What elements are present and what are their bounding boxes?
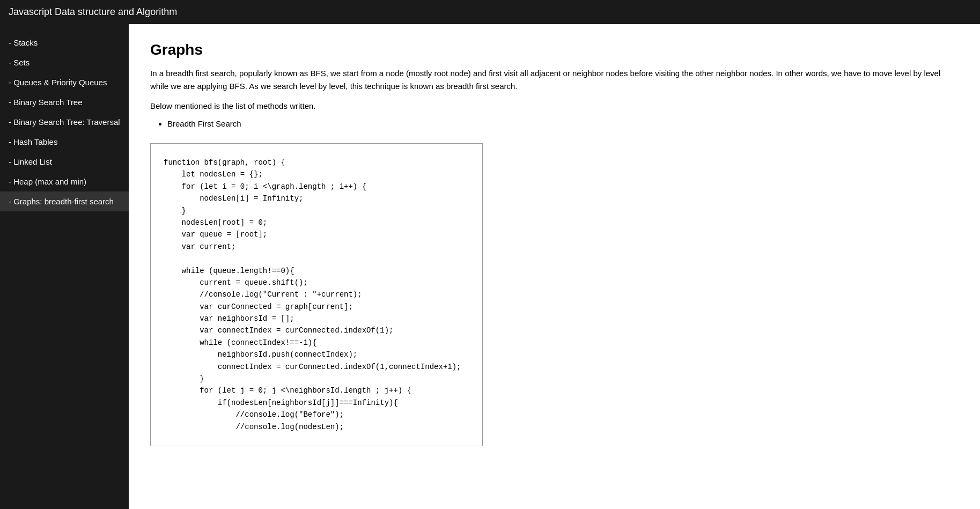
layout: - Stacks- Sets- Queues & Priority Queues… <box>0 24 980 509</box>
page-description: In a breadth first search, popularly kno… <box>150 67 959 93</box>
sidebar-item-0[interactable]: - Stacks <box>0 33 129 53</box>
sidebar-item-8[interactable]: - Graphs: breadth-first search <box>0 191 129 211</box>
page-title: Graphs <box>150 41 959 58</box>
sidebar: - Stacks- Sets- Queues & Priority Queues… <box>0 24 129 509</box>
methods-list: Breadth First Search <box>167 117 959 130</box>
main-content: Graphs In a breadth first search, popula… <box>129 24 980 509</box>
sidebar-item-7[interactable]: - Heap (max and min) <box>0 172 129 191</box>
sidebar-item-3[interactable]: - Binary Search Tree <box>0 92 129 112</box>
sidebar-item-2[interactable]: - Queues & Priority Queues <box>0 72 129 92</box>
method-list-item: Breadth First Search <box>167 117 959 130</box>
methods-intro: Below mentioned is the list of methods w… <box>150 101 959 110</box>
sidebar-item-1[interactable]: - Sets <box>0 53 129 72</box>
sidebar-item-6[interactable]: - Linked List <box>0 152 129 172</box>
code-block: function bfs(graph, root) { let nodesLen… <box>150 143 483 446</box>
sidebar-item-5[interactable]: - Hash Tables <box>0 132 129 152</box>
app-header: Javascript Data structure and Algorithm <box>0 0 980 24</box>
sidebar-item-4[interactable]: - Binary Search Tree: Traversal <box>0 112 129 132</box>
app-title: Javascript Data structure and Algorithm <box>9 6 177 17</box>
